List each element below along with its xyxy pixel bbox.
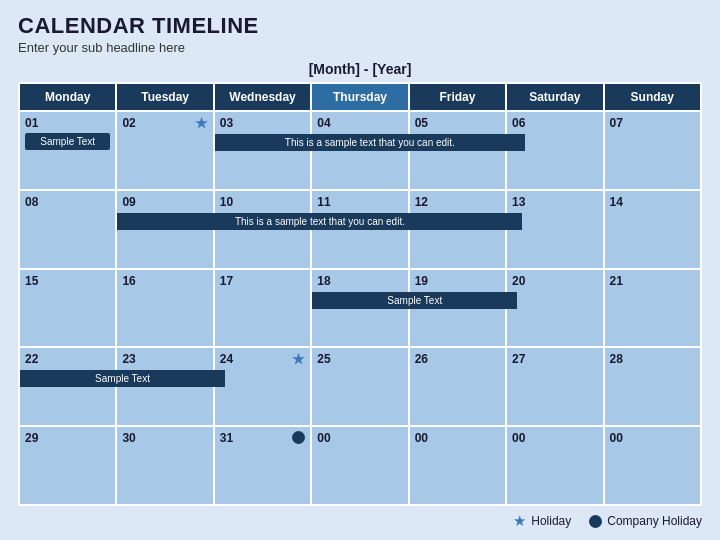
legend-holiday: ★ Holiday (513, 512, 571, 530)
header-monday: Monday (19, 83, 116, 111)
main-title: CALENDAR TIMELINE (18, 14, 702, 38)
cell-r5-4: 00 (311, 426, 408, 505)
cell-14: 14 (604, 190, 701, 269)
event-bar-r3-thu: Sample Text (312, 292, 517, 309)
cell-18: 18 Sample Text (311, 269, 408, 348)
legend-star-icon: ★ (513, 512, 526, 530)
cell-15: 15 (19, 269, 116, 348)
page: CALENDAR TIMELINE Enter your sub headlin… (0, 0, 720, 540)
cell-21: 21 (604, 269, 701, 348)
event-bar-r1-mon: Sample Text (25, 133, 110, 150)
sub-headline: Enter your sub headline here (18, 40, 702, 55)
event-bar-r1-wed: This is a sample text that you can edit. (215, 134, 525, 151)
cell-r5-5: 00 (409, 426, 506, 505)
cell-03: 03 This is a sample text that you can ed… (214, 111, 311, 190)
legend: ★ Holiday Company Holiday (18, 512, 702, 530)
cell-07: 07 (604, 111, 701, 190)
month-year-label: [Month] - [Year] (18, 61, 702, 77)
cell-24: 24 ★ (214, 347, 311, 426)
header-friday: Friday (409, 83, 506, 111)
cell-29: 29 (19, 426, 116, 505)
legend-company-holiday: Company Holiday (589, 514, 702, 528)
cell-25: 25 (311, 347, 408, 426)
event-bar-r4-mon: Sample Text (20, 370, 225, 387)
cell-r5-7: 00 (604, 426, 701, 505)
table-row: 29 30 31 00 00 00 00 (19, 426, 701, 505)
header-thursday: Thursday (311, 83, 408, 111)
cell-08: 08 (19, 190, 116, 269)
star-icon-02: ★ (195, 115, 208, 131)
cell-09: 09 This is a sample text that you can ed… (116, 190, 213, 269)
cell-16: 16 (116, 269, 213, 348)
table-row: 01 Sample Text 02 ★ 03 This is a sample … (19, 111, 701, 190)
cell-28: 28 (604, 347, 701, 426)
legend-circle-icon (589, 515, 602, 528)
cell-20: 20 (506, 269, 603, 348)
header-saturday: Saturday (506, 83, 603, 111)
cell-r5-6: 00 (506, 426, 603, 505)
table-row: 15 16 17 18 Sample Text 19 20 (19, 269, 701, 348)
table-row: 08 09 This is a sample text that you can… (19, 190, 701, 269)
cell-22: 22 Sample Text (19, 347, 116, 426)
cell-26: 26 (409, 347, 506, 426)
cell-30: 30 (116, 426, 213, 505)
star-icon-24: ★ (292, 351, 305, 367)
cell-17: 17 (214, 269, 311, 348)
legend-company-holiday-label: Company Holiday (607, 514, 702, 528)
cell-01: 01 Sample Text (19, 111, 116, 190)
legend-holiday-label: Holiday (531, 514, 571, 528)
cell-31: 31 (214, 426, 311, 505)
cell-27: 27 (506, 347, 603, 426)
table-row: 22 Sample Text 23 24 ★ 25 26 27 (19, 347, 701, 426)
event-bar-r2-tue: This is a sample text that you can edit. (117, 213, 522, 230)
header-tuesday: Tuesday (116, 83, 213, 111)
calendar-table: Monday Tuesday Wednesday Thursday Friday… (18, 82, 702, 506)
header-sunday: Sunday (604, 83, 701, 111)
cell-02: 02 ★ (116, 111, 213, 190)
header-wednesday: Wednesday (214, 83, 311, 111)
